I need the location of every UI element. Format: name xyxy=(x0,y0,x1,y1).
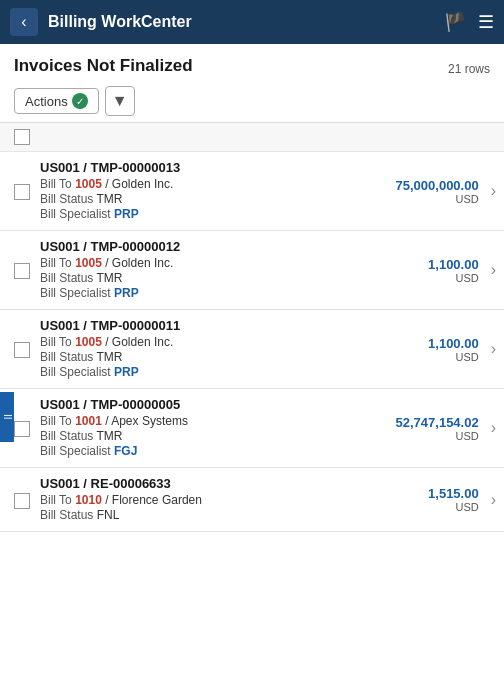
row-count: 21 rows xyxy=(448,62,490,76)
select-all-checkbox[interactable] xyxy=(14,129,30,145)
page-title: Invoices Not Finalized xyxy=(14,56,193,76)
item-currency-1: USD xyxy=(455,272,478,284)
item-currency-3: USD xyxy=(455,430,478,442)
actions-check-icon: ✓ xyxy=(72,93,88,109)
item-arrow-1[interactable]: › xyxy=(483,239,504,301)
item-currency-4: USD xyxy=(455,501,478,513)
actions-button[interactable]: Actions ✓ xyxy=(14,88,99,114)
checkbox-2[interactable] xyxy=(14,342,30,358)
item-content-1: US001 / TMP-00000012 Bill To 1005 / Gold… xyxy=(40,239,373,301)
bill-status-2: Bill Status TMR xyxy=(40,350,373,364)
bill-status-1: Bill Status TMR xyxy=(40,271,373,285)
filter-button[interactable]: ▼ xyxy=(105,86,135,116)
item-right-2: 1,100.00 USD xyxy=(373,318,483,380)
list-item: US001 / TMP-00000013 Bill To 1005 / Gold… xyxy=(0,152,504,231)
bill-status-0: Bill Status TMR xyxy=(40,192,373,206)
item-content-4: US001 / RE-00006633 Bill To 1010 / Flore… xyxy=(40,476,373,523)
bill-specialist-3: Bill Specialist FGJ xyxy=(40,444,373,458)
list-item: US001 / TMP-00000012 Bill To 1005 / Gold… xyxy=(0,231,504,310)
filter-icon: ▼ xyxy=(112,92,128,110)
item-right-3: 52,747,154.02 USD xyxy=(373,397,483,459)
list-item: US001 / RE-00006633 Bill To 1010 / Flore… xyxy=(0,468,504,532)
invoice-list: II US001 / TMP-00000013 Bill To 1005 / G… xyxy=(0,152,504,682)
item-amount-3: 52,747,154.02 xyxy=(396,415,479,430)
item-right-4: 1,515.00 USD xyxy=(373,476,483,523)
main-container: Invoices Not Finalized 21 rows Actions ✓… xyxy=(0,44,504,682)
bill-specialist-1: Bill Specialist PRP xyxy=(40,286,373,300)
item-arrow-2[interactable]: › xyxy=(483,318,504,380)
bill-to-1: Bill To 1005 / Golden Inc. xyxy=(40,256,373,270)
item-arrow-0[interactable]: › xyxy=(483,160,504,222)
list-item: US001 / TMP-00000011 Bill To 1005 / Gold… xyxy=(0,310,504,389)
item-checkbox-3 xyxy=(14,397,40,459)
item-amount-1: 1,100.00 xyxy=(428,257,479,272)
header-actions: 🏴 ☰ xyxy=(444,11,494,33)
bill-to-4: Bill To 1010 / Florence Garden xyxy=(40,493,373,507)
invoice-id-3: US001 / TMP-00000005 xyxy=(40,397,373,412)
back-button[interactable]: ‹ xyxy=(10,8,38,36)
item-content-0: US001 / TMP-00000013 Bill To 1005 / Gold… xyxy=(40,160,373,222)
table-header-row xyxy=(0,123,504,152)
item-checkbox-4 xyxy=(14,476,40,523)
app-header: ‹ Billing WorkCenter 🏴 ☰ xyxy=(0,0,504,44)
item-amount-4: 1,515.00 xyxy=(428,486,479,501)
item-arrow-4[interactable]: › xyxy=(483,476,504,523)
invoice-id-0: US001 / TMP-00000013 xyxy=(40,160,373,175)
item-currency-2: USD xyxy=(455,351,478,363)
item-content-2: US001 / TMP-00000011 Bill To 1005 / Gold… xyxy=(40,318,373,380)
item-checkbox-1 xyxy=(14,239,40,301)
item-arrow-3[interactable]: › xyxy=(483,397,504,459)
bill-specialist-0: Bill Specialist PRP xyxy=(40,207,373,221)
bill-to-0: Bill To 1005 / Golden Inc. xyxy=(40,177,373,191)
bill-to-3: Bill To 1001 / Apex Systems xyxy=(40,414,373,428)
item-checkbox-2 xyxy=(14,318,40,380)
item-currency-0: USD xyxy=(455,193,478,205)
app-title: Billing WorkCenter xyxy=(48,13,434,31)
back-icon: ‹ xyxy=(21,13,26,31)
checkbox-0[interactable] xyxy=(14,184,30,200)
item-amount-0: 75,000,000.00 xyxy=(396,178,479,193)
invoice-id-1: US001 / TMP-00000012 xyxy=(40,239,373,254)
item-amount-2: 1,100.00 xyxy=(428,336,479,351)
list-item: US001 / TMP-00000005 Bill To 1001 / Apex… xyxy=(0,389,504,468)
item-checkbox-0 xyxy=(14,160,40,222)
drag-handle-icon: II xyxy=(2,414,13,420)
bill-status-4: Bill Status FNL xyxy=(40,508,373,522)
bill-status-3: Bill Status TMR xyxy=(40,429,373,443)
checkbox-4[interactable] xyxy=(14,493,30,509)
menu-icon[interactable]: ☰ xyxy=(478,11,494,33)
bill-specialist-2: Bill Specialist PRP xyxy=(40,365,373,379)
bill-to-2: Bill To 1005 / Golden Inc. xyxy=(40,335,373,349)
item-content-3: US001 / TMP-00000005 Bill To 1001 / Apex… xyxy=(40,397,373,459)
page-title-area: Invoices Not Finalized 21 rows xyxy=(0,44,504,80)
checkbox-3[interactable] xyxy=(14,421,30,437)
invoice-id-4: US001 / RE-00006633 xyxy=(40,476,373,491)
invoice-id-2: US001 / TMP-00000011 xyxy=(40,318,373,333)
toolbar: Actions ✓ ▼ xyxy=(0,80,504,123)
checkbox-1[interactable] xyxy=(14,263,30,279)
item-right-0: 75,000,000.00 USD xyxy=(373,160,483,222)
item-right-1: 1,100.00 USD xyxy=(373,239,483,301)
drag-handle[interactable]: II xyxy=(0,392,14,442)
flag-icon[interactable]: 🏴 xyxy=(444,11,466,33)
actions-label: Actions xyxy=(25,94,68,109)
